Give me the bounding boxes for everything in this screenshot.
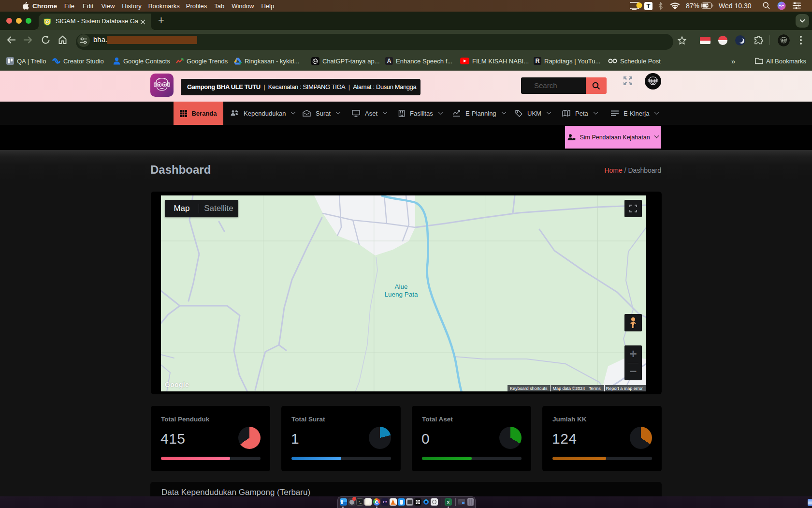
svg-text:Alue: Alue bbox=[394, 283, 407, 290]
svg-text:Lueng Pata: Lueng Pata bbox=[384, 291, 418, 298]
